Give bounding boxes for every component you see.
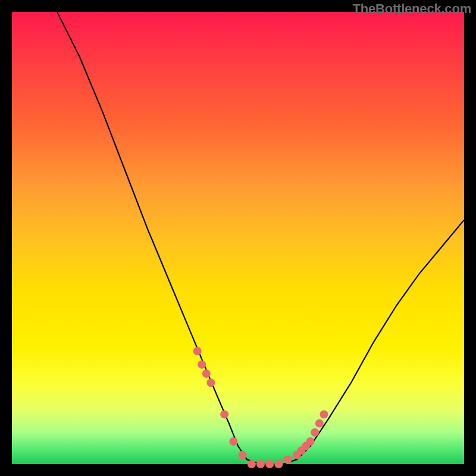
marker-dot bbox=[311, 428, 319, 437]
curve-layer bbox=[12, 12, 464, 464]
marker-dot bbox=[193, 347, 202, 355]
marker-dot bbox=[265, 460, 274, 468]
marker-group bbox=[193, 347, 328, 468]
marker-dot bbox=[274, 460, 283, 468]
chart-frame: TheBottleneck.com bbox=[0, 0, 476, 476]
plot-area bbox=[12, 12, 464, 464]
marker-dot bbox=[220, 410, 228, 418]
marker-dot bbox=[202, 369, 211, 378]
marker-dot bbox=[248, 460, 256, 468]
marker-dot bbox=[315, 419, 324, 428]
marker-dot bbox=[256, 460, 265, 468]
marker-dot bbox=[306, 437, 315, 446]
watermark-text: TheBottleneck.com bbox=[352, 1, 471, 17]
marker-dot bbox=[206, 378, 215, 387]
bottleneck-curve bbox=[57, 12, 464, 464]
marker-dot bbox=[198, 361, 206, 369]
marker-dot bbox=[239, 451, 247, 459]
marker-dot bbox=[320, 410, 328, 418]
marker-dot bbox=[229, 437, 237, 446]
marker-dot bbox=[284, 455, 292, 464]
